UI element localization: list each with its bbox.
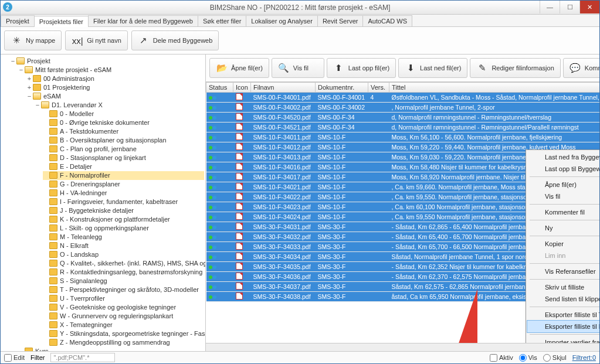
- tree-leaf[interactable]: O - Landskap: [43, 250, 204, 259]
- tree-leaf[interactable]: D - Stasjonsplaner og linjekart: [43, 154, 204, 162]
- tree-leaf[interactable]: Y - Stikningsdata, sporgeometriske tegni…: [43, 329, 204, 338]
- col-filnavn[interactable]: Filnavn: [251, 83, 316, 93]
- tree-item[interactable]: −eSAM−D1. Leverandør X 0 - Modeller 0 - …: [26, 92, 204, 347]
- tree-leaf[interactable]: F - Normalprofiler: [43, 171, 204, 180]
- filter-count-link[interactable]: Filtrert:0: [572, 354, 596, 361]
- tree-item[interactable]: +00 Administrasjon: [26, 74, 204, 83]
- filter-input[interactable]: ".pdf;PCM".*: [50, 353, 115, 362]
- tree-leaf[interactable]: T - Perspektivtegninger og skråfoto, 3D-…: [43, 285, 204, 294]
- ctx-last-ned-fra-byggeweb[interactable]: Last ned fra Byggeweb: [527, 151, 599, 163]
- tab-filer-klar-for-dele-med-byggeweb[interactable]: Filer klar for å dele med Byggeweb: [88, 15, 198, 26]
- tab-revit-server[interactable]: Revit Server: [317, 15, 364, 26]
- tree-leaf[interactable]: G - Dreneringsplaner: [43, 180, 204, 189]
- tree-leaf[interactable]: 0 - Modeller: [43, 110, 204, 118]
- tree-leaf[interactable]: R - Kontaktledningsanlegg, banestrømsfor…: [43, 268, 204, 277]
- tree-leaf[interactable]: A - Tekstdokumenter: [43, 127, 204, 136]
- tree-leaf[interactable]: L - Skilt- og oppmerkingsplaner: [43, 224, 204, 233]
- ctx-importer-verdier-fra-excel[interactable]: Importer verdier fra Excel: [527, 336, 599, 343]
- tree-leaf[interactable]: Z - Mengdeoppstilling og sammendrag: [43, 338, 204, 347]
- close-button[interactable]: ✕: [579, 1, 599, 13]
- file-row[interactable]: SMS-10-F-34011.pdfSMS-10-FMoss, Km 56,10…: [206, 132, 600, 142]
- tree-leaf[interactable]: I - Føringsveier, fundamenter, kabeltras…: [43, 198, 204, 206]
- tree-leaf[interactable]: 0 - Øvrige tekniske dokumenter: [43, 118, 204, 127]
- tree-leaf[interactable]: N - Elkraft: [43, 241, 204, 250]
- tab-s-k-etter-filer[interactable]: Søk etter filer: [198, 15, 246, 26]
- tree-leaf[interactable]: J - Byggetekniske detaljer: [43, 206, 204, 215]
- file-row[interactable]: SMS-00-F-34002.pdfSMS-00-F-34002 , Norma…: [206, 103, 600, 113]
- filename-cell: SMS-30-F-34032.pdf: [251, 232, 316, 242]
- ctx-kommenter-fil[interactable]: Kommenter fil: [527, 206, 599, 218]
- file-row[interactable]: SMS-00-F-34521.pdfSMS-00-F-34d, Normalpr…: [206, 123, 600, 132]
- ny-mappe-button[interactable]: ✳Ny mappe: [4, 30, 62, 50]
- file-grid[interactable]: StatusIconFilnavnDokumentnr.Vers.TittelS…: [206, 82, 599, 343]
- tab-autocad-ws[interactable]: AutoCAD WS: [362, 15, 412, 26]
- col-vers.[interactable]: Vers.: [368, 83, 389, 93]
- tree-leaf[interactable]: V - Geotekniske og geologiske tegninger: [43, 303, 204, 312]
- version-cell: [368, 242, 389, 252]
- tree-item[interactable]: Kurs: [18, 347, 204, 351]
- tree-leaf[interactable]: K - Konstruksjoner og plattformdetaljer: [43, 215, 204, 224]
- tree-leaf[interactable]: W - Grunnerverv og reguleringsplankart: [43, 312, 204, 321]
- project-tree-pane[interactable]: −Prosjekt−Mitt første prosjekt - eSAM+00…: [1, 55, 206, 351]
- ctx-send-listen-til-klippebordet[interactable]: Send listen til klippebordet: [527, 293, 599, 305]
- context-menu[interactable]: Last ned fra ByggewebLast opp til Byggew…: [526, 149, 599, 343]
- title-cell: d, Normalprofil rømningstunnel - Rømning…: [389, 113, 600, 123]
- vis-fil-button[interactable]: 🔍Vis fil: [272, 58, 324, 78]
- pdf-icon: [236, 123, 243, 130]
- ctx-vis-referansefiler[interactable]: Vis Referansefiler: [527, 266, 599, 277]
- tree-leaf[interactable]: H - VA-ledninger: [43, 189, 204, 198]
- ctx-eksporter-filliste-til-excel[interactable]: Eksporter filliste til Excel: [527, 321, 599, 332]
- tree-item[interactable]: +01 Prosjektering: [26, 83, 204, 92]
- tree-leaf[interactable]: X - Temategninger: [43, 321, 204, 329]
- file-icon: [233, 282, 251, 292]
- file-icon: [233, 142, 251, 152]
- ctx-kopier[interactable]: Kopier: [527, 238, 599, 250]
- ctx-lim-inn[interactable]: Lim inn: [527, 250, 599, 261]
- ctx--pne-fil-er-[interactable]: Åpne fil(er): [527, 179, 599, 190]
- -pne-fil-er--button[interactable]: 📂Åpne fil(er): [209, 58, 269, 78]
- tree-leaf[interactable]: S - Signalanlegg: [43, 277, 204, 285]
- pdf-icon: [236, 283, 243, 290]
- last-ned-fil-er--button[interactable]: ⬇Last ned fil(er): [398, 58, 467, 78]
- tree-leaf[interactable]: Q - Kvalitet-, sikkerhet- (inkl. RAMS), …: [43, 259, 204, 268]
- gi-nytt-navn-button[interactable]: xx|Gi nytt navn: [65, 30, 128, 50]
- minimize-button[interactable]: —: [540, 1, 560, 13]
- tree-d1[interactable]: −D1. Leverandør X 0 - Modeller 0 - Øvrig…: [35, 101, 204, 347]
- ctx-vis-fil[interactable]: Vis fil: [527, 190, 599, 202]
- docnr-cell: SMS-10-F: [316, 212, 368, 222]
- tab-prosjektets-filer[interactable]: Prosjektets filer: [34, 16, 89, 27]
- file-row[interactable]: SMS-00-F-34520.pdfSMS-00-F-34d, Normalpr…: [206, 113, 600, 123]
- tree-leaf[interactable]: M - Teleanlegg: [43, 233, 204, 241]
- ctx-last-opp-til-byggeweb[interactable]: Last opp til Byggeweb: [527, 163, 599, 175]
- tree-root[interactable]: −Prosjekt−Mitt første prosjekt - eSAM+00…: [10, 57, 204, 351]
- file-row[interactable]: SMS-00-F-34001.pdfSMS-00-F-340014Østfold…: [206, 93, 600, 103]
- tree-leaf[interactable]: U - Tverrprofiler: [43, 294, 204, 303]
- vis-radio[interactable]: Vis: [519, 354, 537, 362]
- pdf-icon: [236, 193, 243, 200]
- col-tittel[interactable]: Tittel: [389, 83, 600, 93]
- ctx-eksporter-filliste-til-tekstfil[interactable]: Eksporter filliste til Tekstfil: [527, 309, 599, 321]
- maximize-button[interactable]: ☐: [560, 1, 579, 13]
- col-icon[interactable]: Icon: [233, 83, 251, 93]
- col-status[interactable]: Status: [206, 83, 233, 93]
- tree-leaf[interactable]: E - Detaljer: [43, 162, 204, 171]
- ctx-skriv-ut-filliste[interactable]: Skriv ut filliste: [527, 281, 599, 293]
- last-opp-fil-er--button[interactable]: ⬆Last opp fil(er): [327, 58, 396, 78]
- tab-lokaliser-og-analyser[interactable]: Lokaliser og Analyser: [246, 15, 318, 26]
- tree-leaf[interactable]: C - Plan og profil, jernbane: [43, 145, 204, 154]
- tree-project[interactable]: −Mitt første prosjekt - eSAM+00 Administ…: [18, 66, 204, 347]
- kommenter-fil-button[interactable]: 💬Kommenter fil: [563, 58, 599, 78]
- edit-checkbox[interactable]: Edit: [4, 354, 25, 362]
- docnr-cell: SMS-30-F: [316, 242, 368, 252]
- tab-prosjekt[interactable]: Prosjekt: [1, 15, 35, 26]
- aktiv-checkbox[interactable]: Aktiv: [490, 354, 513, 362]
- grid-hscroll[interactable]: [206, 343, 599, 351]
- rediger-filinformasjon-button[interactable]: ✎Rediger filinformasjon: [470, 58, 560, 78]
- status-cell: [206, 252, 233, 262]
- skjul-radio[interactable]: Skjul: [543, 354, 567, 362]
- ctx-ny[interactable]: Ny: [527, 222, 599, 234]
- dele-med-byggeweb-button[interactable]: ↗Dele med Byggeweb: [131, 30, 219, 50]
- title-cell: Østfoldbanen VL, Sandbukta - Moss - Såst…: [389, 93, 600, 103]
- col-dokumentnr.[interactable]: Dokumentnr.: [316, 83, 368, 93]
- tree-leaf[interactable]: B - Oversiktsplaner og situasjonsplan: [43, 136, 204, 145]
